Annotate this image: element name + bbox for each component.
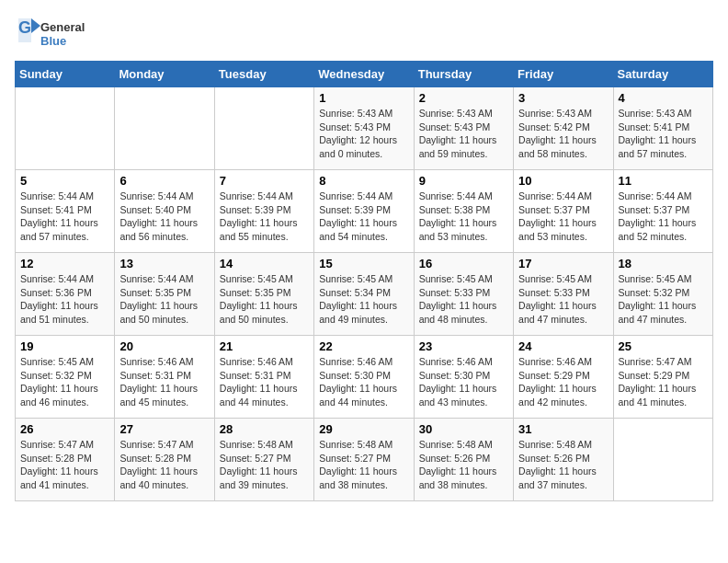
day-number: 25 bbox=[619, 339, 708, 353]
calendar-cell: 19Sunrise: 5:45 AM Sunset: 5:32 PM Dayli… bbox=[16, 336, 115, 419]
calendar-cell: 8Sunrise: 5:44 AM Sunset: 5:39 PM Daylig… bbox=[314, 170, 414, 253]
day-number: 26 bbox=[20, 422, 109, 436]
day-info: Sunrise: 5:47 AM Sunset: 5:29 PM Dayligh… bbox=[619, 355, 708, 409]
day-info: Sunrise: 5:45 AM Sunset: 5:32 PM Dayligh… bbox=[20, 355, 109, 409]
day-info: Sunrise: 5:44 AM Sunset: 5:38 PM Dayligh… bbox=[419, 190, 508, 244]
calendar-cell: 26Sunrise: 5:47 AM Sunset: 5:28 PM Dayli… bbox=[16, 419, 115, 501]
calendar-cell: 29Sunrise: 5:48 AM Sunset: 5:27 PM Dayli… bbox=[314, 419, 414, 501]
calendar-cell: 3Sunrise: 5:43 AM Sunset: 5:42 PM Daylig… bbox=[514, 87, 613, 170]
day-info: Sunrise: 5:45 AM Sunset: 5:33 PM Dayligh… bbox=[518, 272, 608, 327]
day-info: Sunrise: 5:43 AM Sunset: 5:43 PM Dayligh… bbox=[419, 107, 508, 161]
day-number: 23 bbox=[419, 339, 508, 353]
day-number: 11 bbox=[619, 174, 708, 188]
day-info: Sunrise: 5:46 AM Sunset: 5:30 PM Dayligh… bbox=[319, 355, 408, 409]
calendar-cell: 12Sunrise: 5:44 AM Sunset: 5:36 PM Dayli… bbox=[16, 253, 115, 336]
calendar-cell: 20Sunrise: 5:46 AM Sunset: 5:31 PM Dayli… bbox=[115, 336, 214, 419]
day-number: 24 bbox=[518, 339, 608, 353]
calendar-week: 1Sunrise: 5:43 AM Sunset: 5:43 PM Daylig… bbox=[16, 87, 713, 170]
weekday-header: Wednesday bbox=[314, 62, 414, 87]
day-number: 8 bbox=[319, 174, 408, 188]
day-info: Sunrise: 5:47 AM Sunset: 5:28 PM Dayligh… bbox=[119, 438, 209, 492]
calendar-cell: 31Sunrise: 5:48 AM Sunset: 5:26 PM Dayli… bbox=[514, 419, 613, 501]
calendar-cell: 23Sunrise: 5:46 AM Sunset: 5:30 PM Dayli… bbox=[414, 336, 513, 419]
calendar-cell: 6Sunrise: 5:44 AM Sunset: 5:40 PM Daylig… bbox=[115, 170, 214, 253]
weekday-header: Saturday bbox=[613, 62, 712, 87]
day-info: Sunrise: 5:46 AM Sunset: 5:31 PM Dayligh… bbox=[220, 355, 309, 409]
logo: General Blue G bbox=[15, 15, 97, 52]
calendar-header: SundayMondayTuesdayWednesdayThursdayFrid… bbox=[16, 62, 713, 87]
calendar-cell bbox=[115, 87, 214, 170]
day-number: 15 bbox=[319, 257, 408, 270]
day-info: Sunrise: 5:47 AM Sunset: 5:28 PM Dayligh… bbox=[20, 438, 109, 492]
weekday-header: Sunday bbox=[16, 62, 115, 87]
calendar-cell: 28Sunrise: 5:48 AM Sunset: 5:27 PM Dayli… bbox=[214, 419, 313, 501]
day-number: 10 bbox=[518, 174, 608, 188]
svg-text:Blue: Blue bbox=[40, 34, 66, 48]
weekday-header: Friday bbox=[514, 62, 613, 87]
day-number: 29 bbox=[319, 422, 408, 436]
day-number: 4 bbox=[619, 91, 708, 105]
day-number: 19 bbox=[20, 339, 109, 353]
svg-text:General: General bbox=[40, 20, 85, 34]
calendar-cell: 18Sunrise: 5:45 AM Sunset: 5:32 PM Dayli… bbox=[613, 253, 712, 336]
calendar-cell: 22Sunrise: 5:46 AM Sunset: 5:30 PM Dayli… bbox=[314, 336, 414, 419]
day-number: 28 bbox=[220, 422, 309, 436]
calendar-cell: 13Sunrise: 5:44 AM Sunset: 5:35 PM Dayli… bbox=[115, 253, 214, 336]
calendar-cell: 15Sunrise: 5:45 AM Sunset: 5:34 PM Dayli… bbox=[314, 253, 414, 336]
day-number: 5 bbox=[20, 174, 109, 188]
day-number: 3 bbox=[518, 91, 608, 105]
day-number: 16 bbox=[419, 257, 508, 270]
calendar-cell: 21Sunrise: 5:46 AM Sunset: 5:31 PM Dayli… bbox=[214, 336, 313, 419]
day-number: 1 bbox=[319, 91, 408, 105]
day-info: Sunrise: 5:44 AM Sunset: 5:37 PM Dayligh… bbox=[518, 190, 608, 244]
calendar-cell: 9Sunrise: 5:44 AM Sunset: 5:38 PM Daylig… bbox=[414, 170, 513, 253]
calendar-cell: 14Sunrise: 5:45 AM Sunset: 5:35 PM Dayli… bbox=[214, 253, 313, 336]
day-info: Sunrise: 5:44 AM Sunset: 5:41 PM Dayligh… bbox=[20, 190, 109, 244]
day-number: 27 bbox=[119, 422, 209, 436]
day-number: 21 bbox=[220, 339, 309, 353]
day-info: Sunrise: 5:44 AM Sunset: 5:39 PM Dayligh… bbox=[220, 190, 309, 244]
day-info: Sunrise: 5:45 AM Sunset: 5:35 PM Dayligh… bbox=[220, 272, 309, 327]
svg-text:G: G bbox=[18, 18, 31, 37]
calendar-cell bbox=[214, 87, 313, 170]
calendar-cell: 24Sunrise: 5:46 AM Sunset: 5:29 PM Dayli… bbox=[514, 336, 613, 419]
day-info: Sunrise: 5:44 AM Sunset: 5:36 PM Dayligh… bbox=[20, 272, 109, 327]
day-number: 30 bbox=[419, 422, 508, 436]
calendar-week: 5Sunrise: 5:44 AM Sunset: 5:41 PM Daylig… bbox=[16, 170, 713, 253]
day-number: 20 bbox=[119, 339, 209, 353]
calendar-cell: 2Sunrise: 5:43 AM Sunset: 5:43 PM Daylig… bbox=[414, 87, 513, 170]
calendar-cell: 17Sunrise: 5:45 AM Sunset: 5:33 PM Dayli… bbox=[514, 253, 613, 336]
calendar-cell: 27Sunrise: 5:47 AM Sunset: 5:28 PM Dayli… bbox=[115, 419, 214, 501]
day-number: 31 bbox=[518, 422, 608, 436]
weekday-header: Tuesday bbox=[214, 62, 313, 87]
calendar-cell: 5Sunrise: 5:44 AM Sunset: 5:41 PM Daylig… bbox=[16, 170, 115, 253]
day-info: Sunrise: 5:48 AM Sunset: 5:27 PM Dayligh… bbox=[220, 438, 309, 492]
calendar-week: 26Sunrise: 5:47 AM Sunset: 5:28 PM Dayli… bbox=[16, 419, 713, 501]
day-info: Sunrise: 5:45 AM Sunset: 5:32 PM Dayligh… bbox=[619, 272, 708, 327]
day-info: Sunrise: 5:46 AM Sunset: 5:29 PM Dayligh… bbox=[518, 355, 608, 409]
day-info: Sunrise: 5:44 AM Sunset: 5:37 PM Dayligh… bbox=[619, 190, 708, 244]
day-info: Sunrise: 5:46 AM Sunset: 5:31 PM Dayligh… bbox=[119, 355, 209, 409]
calendar-cell: 16Sunrise: 5:45 AM Sunset: 5:33 PM Dayli… bbox=[414, 253, 513, 336]
day-info: Sunrise: 5:45 AM Sunset: 5:33 PM Dayligh… bbox=[419, 272, 508, 327]
page-header: General Blue G bbox=[15, 15, 713, 52]
day-number: 13 bbox=[119, 257, 209, 270]
day-number: 9 bbox=[419, 174, 508, 188]
day-info: Sunrise: 5:43 AM Sunset: 5:41 PM Dayligh… bbox=[619, 107, 708, 161]
day-number: 22 bbox=[319, 339, 408, 353]
day-info: Sunrise: 5:45 AM Sunset: 5:34 PM Dayligh… bbox=[319, 272, 408, 327]
calendar-cell: 1Sunrise: 5:43 AM Sunset: 5:43 PM Daylig… bbox=[314, 87, 414, 170]
day-number: 17 bbox=[518, 257, 608, 270]
day-number: 7 bbox=[220, 174, 309, 188]
day-info: Sunrise: 5:43 AM Sunset: 5:42 PM Dayligh… bbox=[518, 107, 608, 161]
day-info: Sunrise: 5:48 AM Sunset: 5:26 PM Dayligh… bbox=[419, 438, 508, 492]
calendar-cell: 11Sunrise: 5:44 AM Sunset: 5:37 PM Dayli… bbox=[613, 170, 712, 253]
calendar-cell bbox=[16, 87, 115, 170]
calendar-cell: 10Sunrise: 5:44 AM Sunset: 5:37 PM Dayli… bbox=[514, 170, 613, 253]
calendar-week: 19Sunrise: 5:45 AM Sunset: 5:32 PM Dayli… bbox=[16, 336, 713, 419]
day-info: Sunrise: 5:44 AM Sunset: 5:40 PM Dayligh… bbox=[119, 190, 209, 244]
calendar-cell: 30Sunrise: 5:48 AM Sunset: 5:26 PM Dayli… bbox=[414, 419, 513, 501]
svg-marker-2 bbox=[31, 18, 40, 33]
weekday-header: Monday bbox=[115, 62, 214, 87]
day-info: Sunrise: 5:44 AM Sunset: 5:35 PM Dayligh… bbox=[119, 272, 209, 327]
